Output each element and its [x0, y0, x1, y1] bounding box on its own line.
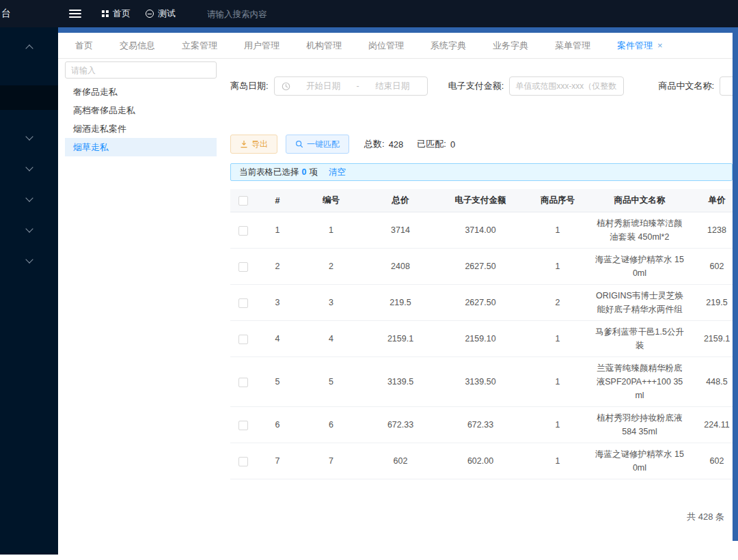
cell-index: 1	[256, 212, 299, 249]
filter-row: 离岛日期: 开始日期 - 结束日期 电子支付金额: 商品中文名称:	[230, 76, 733, 96]
cell-name: 海蓝之谜修护精萃水 150ml	[592, 443, 687, 479]
row-checkbox[interactable]	[238, 262, 248, 272]
cell-code: 1	[299, 212, 364, 249]
cell-code: 7	[299, 443, 364, 479]
cell-unit: 602	[687, 249, 733, 285]
minus-circle-icon	[146, 10, 154, 18]
col-epay-amount: 电子支付金额	[437, 189, 523, 212]
epay-filter-label: 电子支付金额:	[448, 80, 504, 92]
select-all-checkbox[interactable]	[238, 196, 248, 206]
date-start-placeholder[interactable]: 开始日期	[296, 81, 351, 92]
tree-item-luxury[interactable]: 奢侈品走私	[65, 83, 217, 101]
tab-user-management[interactable]: 用户管理	[244, 40, 279, 52]
tree-item-tobacco[interactable]: 烟草走私	[65, 138, 217, 156]
cell-epay: 2627.50	[437, 249, 523, 285]
sidebar-item-3[interactable]	[0, 184, 58, 214]
tab-post-management[interactable]: 岗位管理	[368, 40, 404, 52]
date-end-placeholder[interactable]: 结束日期	[365, 81, 420, 92]
nav-test[interactable]: 测试	[146, 8, 176, 20]
row-checkbox[interactable]	[238, 298, 248, 308]
tab-home[interactable]: 首页	[75, 40, 93, 52]
row-checkbox[interactable]	[238, 226, 248, 236]
selection-unit: 项	[309, 167, 318, 178]
cell-name: 植村秀羽纱持妆粉底液 584 35ml	[592, 407, 687, 443]
tab-filing-management[interactable]: 立案管理	[182, 40, 217, 52]
row-checkbox[interactable]	[238, 421, 248, 430]
search-icon	[295, 140, 303, 148]
menu-toggle-icon[interactable]	[69, 10, 81, 18]
cell-index: 5	[256, 357, 299, 407]
tree-item-highend-luxury[interactable]: 高档奢侈品走私	[65, 101, 217, 120]
table-row[interactable]: 2 2 2408 2627.50 1 海蓝之谜修护精萃水 150ml 602	[230, 249, 733, 285]
sidebar-item-1[interactable]	[0, 122, 58, 153]
cell-unit: 224.11	[687, 407, 733, 443]
matched-value: 0	[450, 139, 455, 150]
selection-alert-bar: 当前表格已选择 0 项 清空	[230, 163, 733, 181]
nav-home-label: 首页	[113, 8, 131, 20]
tree-search-input[interactable]	[65, 61, 217, 79]
cell-epay: 3139.50	[437, 357, 523, 407]
download-icon	[240, 140, 248, 148]
category-tree-panel: 奢侈品走私 高档奢侈品走私 烟酒走私案件 烟草走私	[65, 61, 217, 156]
tab-system-dict[interactable]: 系统字典	[430, 40, 466, 52]
cell-epay: 672.33	[437, 407, 523, 443]
tree-list: 奢侈品走私 高档奢侈品走私 烟酒走私案件 烟草走私	[65, 83, 217, 156]
tab-business-dict[interactable]: 业务字典	[493, 40, 528, 52]
pagination-total: 共 428 条	[230, 511, 733, 523]
product-name-filter-label: 商品中文名称:	[658, 80, 714, 92]
cell-code: 2	[299, 249, 364, 285]
nav-home[interactable]: 首页	[102, 8, 131, 20]
canvas-strip-right	[733, 27, 738, 541]
table-row[interactable]: 6 6 672.33 672.33 1 植村秀羽纱持妆粉底液 584 35ml …	[230, 407, 733, 443]
epay-amount-input[interactable]	[509, 76, 624, 96]
match-button-label: 一键匹配	[307, 139, 340, 150]
close-icon[interactable]: ×	[657, 41, 663, 50]
cell-name: 兰蔻菁纯臻颜精华粉底液SPF20PA+++100 35ml	[592, 357, 687, 407]
chevron-down-icon	[25, 225, 33, 232]
global-search-input[interactable]	[207, 10, 310, 19]
cell-total: 2159.1	[364, 321, 437, 357]
row-checkbox[interactable]	[238, 335, 248, 344]
tab-case-management[interactable]: 案件管理 ×	[617, 40, 663, 52]
cell-code: 3	[299, 285, 364, 321]
nav-test-label: 测试	[158, 8, 176, 20]
product-name-input[interactable]	[720, 76, 733, 96]
sidebar	[0, 27, 58, 555]
table-row[interactable]: 8 8 卡诗菁纯亮泽经典香氛	[230, 479, 733, 480]
matched-label: 已匹配:	[417, 138, 446, 150]
tab-org-management[interactable]: 机构管理	[306, 40, 342, 52]
chevron-down-icon	[25, 132, 33, 140]
table-row[interactable]: 1 1 3714 3714.00 1 植村秀新琥珀臻萃洁颜油套装 450ml*2…	[230, 212, 733, 249]
row-checkbox[interactable]	[238, 378, 248, 387]
sidebar-item-5[interactable]	[0, 245, 58, 276]
one-click-match-button[interactable]: 一键匹配	[286, 135, 349, 154]
cell-index: 8	[256, 479, 299, 480]
date-range-picker[interactable]: 开始日期 - 结束日期	[274, 76, 428, 96]
cell-total: 672.33	[364, 407, 437, 443]
grid-icon	[102, 10, 109, 17]
cell-index: 3	[256, 285, 299, 321]
row-checkbox[interactable]	[238, 457, 248, 466]
cell-seq	[523, 479, 592, 480]
tree-item-tobacco-alcohol[interactable]: 烟酒走私案件	[65, 120, 217, 138]
tab-transaction-info[interactable]: 交易信息	[120, 40, 155, 52]
toolbar: 导出 一键匹配 总数: 428 已匹配: 0	[230, 135, 733, 154]
export-button[interactable]: 导出	[230, 135, 277, 154]
cell-unit: 448.5	[687, 357, 733, 407]
cell-seq: 1	[523, 321, 592, 357]
cell-code: 8	[299, 479, 364, 480]
sidebar-item-4[interactable]	[0, 214, 58, 245]
table-row[interactable]: 7 7 602 602.00 1 海蓝之谜修护精萃水 150ml 602	[230, 443, 733, 479]
cell-unit: 602	[687, 443, 733, 479]
cell-code: 5	[299, 357, 364, 407]
table-row[interactable]: 3 3 219.5 2627.50 2 ORIGINS韦博士灵芝焕能好底子精华水…	[230, 285, 733, 321]
cell-total: 602	[364, 443, 437, 479]
table-row[interactable]: 4 4 2159.1 2159.10 1 马爹利蓝带干邑1.5公升装 2159.…	[230, 321, 733, 357]
sidebar-item-expanded[interactable]	[0, 33, 58, 59]
table-row[interactable]: 5 5 3139.5 3139.50 1 兰蔻菁纯臻颜精华粉底液SPF20PA+…	[230, 357, 733, 407]
sidebar-item-active[interactable]	[0, 85, 58, 110]
clear-selection-link[interactable]: 清空	[329, 167, 346, 178]
cell-code: 4	[299, 321, 364, 357]
sidebar-item-2[interactable]	[0, 153, 58, 184]
tab-menu-management[interactable]: 菜单管理	[555, 40, 590, 52]
